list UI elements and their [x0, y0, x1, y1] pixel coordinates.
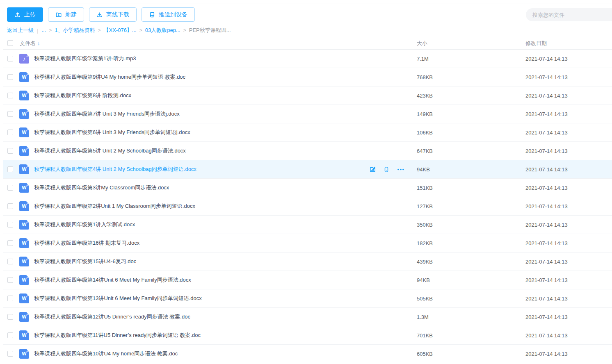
- upload-button[interactable]: 上传: [7, 7, 43, 22]
- breadcrumb-items: ...>1、小学精品资料>【XX-076】...>03人教版pep...>PEP…: [41, 27, 231, 34]
- file-name[interactable]: 秋季课程人教版四年级第4讲 Unit 2 My Schoolbag同步单词短语.…: [34, 166, 196, 173]
- column-header-filename[interactable]: 文件名↓: [20, 40, 40, 47]
- offline-download-button[interactable]: 离线下载: [89, 7, 137, 22]
- file-modified: 2021-07-14 14:13: [525, 130, 568, 136]
- table-row[interactable]: W 秋季课程人教版四年级第7讲 Unit 3 My Friends同步语法j.d…: [3, 105, 612, 123]
- rename-icon[interactable]: [369, 166, 376, 173]
- table-row[interactable]: W 秋季课程人教版四年级第14讲Unit 6 Meet My Family同步语…: [3, 271, 612, 289]
- row-checkbox[interactable]: [7, 332, 13, 338]
- file-name[interactable]: 秋季课程人教版四年级第14讲Unit 6 Meet My Family同步语法.…: [34, 276, 191, 284]
- table-row[interactable]: W 秋季课程人教版四年级第15讲U4-6复习.doc 439KB 2021-07…: [3, 253, 612, 271]
- file-name[interactable]: 秋季课程人教版四年级第13讲Unit 6 Meet My Family同步单词短…: [34, 295, 202, 302]
- table-row[interactable]: W 秋季课程人教版四年级第10讲U4 My home同步语法 教案.doc 60…: [3, 345, 612, 363]
- file-modified: 2021-07-14 14:13: [525, 93, 568, 99]
- more-actions-icon[interactable]: [397, 166, 405, 173]
- table-row[interactable]: W 秋季课程人教版四年级第2讲Unit 1 My Classroom同步单词短语…: [3, 197, 612, 216]
- file-modified: 2021-07-14 14:13: [525, 166, 568, 173]
- row-checkbox[interactable]: [7, 166, 13, 172]
- file-modified: 2021-07-14 14:13: [525, 203, 568, 209]
- file-name[interactable]: 秋季课程人教版四年级第7讲 Unit 3 My Friends同步语法j.doc…: [34, 110, 180, 118]
- table-row[interactable]: ♪ 秋季课程人教版四年级学案第1讲-听力.mp3 7.1M 2021-07-14…: [3, 50, 612, 68]
- table-row[interactable]: W 秋季课程人教版四年级第4讲 Unit 2 My Schoolbag同步单词短…: [3, 160, 612, 179]
- file-name[interactable]: 秋季课程人教版四年级第6讲 Unit 3 My Friends同步单词短语j.d…: [34, 129, 190, 136]
- table-row[interactable]: W 秋季课程人教版四年级第12讲U5 Dinner’s ready同步语法 教案…: [3, 308, 612, 326]
- row-checkbox[interactable]: [7, 185, 13, 191]
- file-icon-glyph: W: [22, 111, 26, 116]
- table-row[interactable]: W 秋季课程人教版四年级第3讲My Classroom同步语法.docx 151…: [3, 179, 612, 197]
- breadcrumb-back-link[interactable]: 返回上一级: [7, 27, 34, 34]
- send-to-phone-icon[interactable]: [383, 166, 390, 173]
- breadcrumb-link[interactable]: ...: [41, 27, 46, 33]
- table-row[interactable]: W 秋季课程人教版四年级第1讲入学测试.docx 350KB 2021-07-1…: [3, 216, 612, 234]
- file-size: 127KB: [417, 203, 433, 209]
- breadcrumb-link[interactable]: 1、小学精品资料: [55, 27, 95, 33]
- file-icon-glyph: W: [22, 296, 26, 301]
- file-name[interactable]: 秋季课程人教版四年级学案第1讲-听力.mp3: [34, 55, 136, 62]
- row-checkbox[interactable]: [7, 74, 13, 80]
- file-name[interactable]: 秋季课程人教版四年级第1讲入学测试.docx: [34, 221, 135, 228]
- breadcrumb-current: PEP秋季课程四...: [189, 27, 231, 33]
- upload-icon: [14, 11, 21, 18]
- table-row[interactable]: W 秋季课程人教版四年级第6讲 Unit 3 My Friends同步单词短语j…: [3, 123, 612, 142]
- sort-descending-icon[interactable]: ↓: [37, 40, 40, 46]
- breadcrumb-link[interactable]: 03人教版pep...: [145, 27, 180, 33]
- table-row[interactable]: W 秋季课程人教版四年级第16讲 期末复习.docx 182KB 2021-07…: [3, 234, 612, 253]
- column-header-modified: 修改日期: [525, 40, 547, 47]
- table-row[interactable]: W 秋季课程人教版四年级第5讲 Unit 2 My Schoolbag同步语法.…: [3, 142, 612, 160]
- file-name[interactable]: 秋季课程人教版四年级第2讲Unit 1 My Classroom同步单词短语.d…: [34, 202, 195, 210]
- word-file-icon: W: [19, 146, 29, 156]
- file-size: 94KB: [417, 277, 430, 283]
- file-list: ♪ 秋季课程人教版四年级学案第1讲-听力.mp3 7.1M 2021-07-14…: [3, 50, 612, 363]
- file-name[interactable]: 秋季课程人教版四年级第8讲 阶段测.docx: [34, 92, 131, 99]
- row-checkbox[interactable]: [7, 148, 13, 154]
- row-checkbox[interactable]: [7, 277, 13, 283]
- file-size: 701KB: [417, 332, 433, 339]
- select-all-checkbox[interactable]: [7, 40, 13, 46]
- file-name[interactable]: 秋季课程人教版四年级第16讲 期末复习.docx: [34, 239, 139, 247]
- row-checkbox[interactable]: [7, 314, 13, 320]
- file-icon-glyph: W: [22, 93, 26, 98]
- file-name[interactable]: 秋季课程人教版四年级第3讲My Classroom同步语法.docx: [34, 184, 169, 191]
- file-size: 647KB: [417, 148, 433, 154]
- table-row[interactable]: W 秋季课程人教版四年级第11讲U5 Dinner’s ready同步单词短语 …: [3, 326, 612, 345]
- file-size: 151KB: [417, 185, 433, 191]
- row-checkbox[interactable]: [7, 222, 13, 228]
- new-button[interactable]: 新建: [48, 7, 84, 22]
- file-manager-page: 上传 新建 离线下载: [0, 0, 612, 364]
- row-checkbox[interactable]: [7, 130, 13, 135]
- file-modified: 2021-07-14 14:13: [525, 351, 568, 357]
- table-row[interactable]: W 秋季课程人教版四年级第13讲Unit 6 Meet My Family同步单…: [3, 289, 612, 308]
- file-name[interactable]: 秋季课程人教版四年级第5讲 Unit 2 My Schoolbag同步语法.do…: [34, 147, 186, 155]
- file-size: 768KB: [417, 74, 433, 80]
- file-icon-glyph: W: [22, 333, 26, 338]
- row-checkbox[interactable]: [7, 240, 13, 246]
- row-checkbox[interactable]: [7, 296, 13, 301]
- breadcrumb-link[interactable]: 【XX-076】...: [104, 27, 137, 33]
- row-checkbox[interactable]: [7, 93, 13, 98]
- breadcrumb-separator: >: [183, 27, 186, 33]
- word-file-icon: W: [19, 127, 29, 137]
- column-header-size: 大小: [417, 40, 427, 47]
- push-to-device-button[interactable]: 推送到设备: [142, 7, 195, 22]
- row-checkbox[interactable]: [7, 111, 13, 117]
- word-file-icon: W: [19, 91, 29, 100]
- row-checkbox[interactable]: [7, 259, 13, 264]
- word-file-icon: W: [19, 349, 29, 359]
- file-modified: 2021-07-14 14:13: [525, 259, 568, 265]
- file-icon-glyph: W: [22, 130, 26, 135]
- table-row[interactable]: W 秋季课程人教版四年级第9讲U4 My home同步单词短语 教案.doc 7…: [3, 68, 612, 86]
- file-name[interactable]: 秋季课程人教版四年级第15讲U4-6复习.doc: [34, 258, 136, 265]
- row-checkbox[interactable]: [7, 351, 13, 357]
- row-checkbox[interactable]: [7, 56, 13, 61]
- file-name[interactable]: 秋季课程人教版四年级第9讲U4 My home同步单词短语 教案.doc: [34, 73, 185, 81]
- file-name[interactable]: 秋季课程人教版四年级第11讲U5 Dinner’s ready同步单词短语 教案…: [34, 332, 201, 339]
- offline-download-button-label: 离线下载: [106, 11, 129, 18]
- file-size: 1.3M: [417, 314, 429, 320]
- table-row[interactable]: W 秋季课程人教版四年级第8讲 阶段测.docx 423KB 2021-07-1…: [3, 86, 612, 105]
- file-modified: 2021-07-14 14:13: [525, 240, 568, 246]
- file-icon-glyph: W: [22, 204, 26, 209]
- file-name[interactable]: 秋季课程人教版四年级第12讲U5 Dinner’s ready同步语法 教案.d…: [34, 313, 190, 321]
- search-input[interactable]: [526, 8, 612, 21]
- file-name[interactable]: 秋季课程人教版四年级第10讲U4 My home同步语法 教案.doc: [34, 350, 178, 357]
- row-checkbox[interactable]: [7, 203, 13, 209]
